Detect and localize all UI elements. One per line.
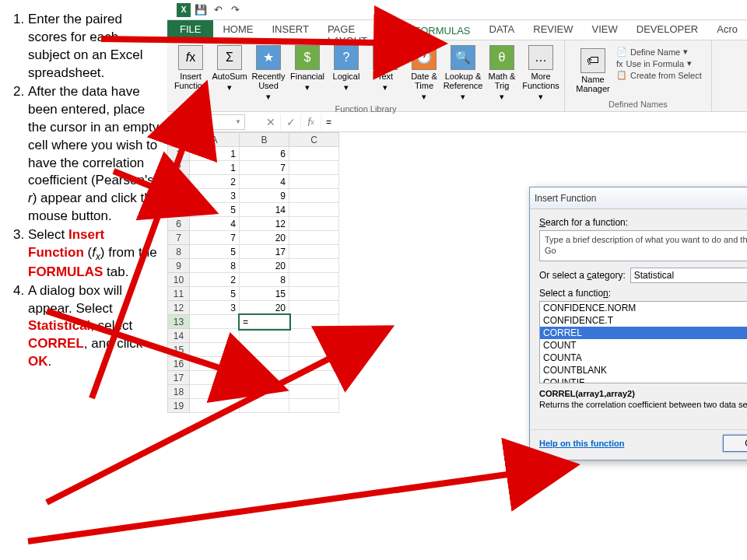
- select-function-label: Select a function:: [539, 288, 747, 299]
- excel-icon: X: [177, 3, 191, 17]
- math-trig-button[interactable]: θMath & Trig▾: [483, 44, 521, 103]
- clock-icon: 🕐: [412, 45, 437, 70]
- dialog-titlebar[interactable]: Insert Function ? ✕: [530, 187, 747, 209]
- tag-icon: 🏷: [580, 48, 605, 73]
- autosum-button[interactable]: ΣAutoSum▾: [211, 44, 248, 103]
- financial-button[interactable]: $Financial▾: [289, 44, 326, 103]
- function-list[interactable]: CONFIDENCE.NORMCONFIDENCE.TCORRELCOUNTCO…: [539, 301, 747, 383]
- name-manager-button[interactable]: 🏷Name Manager: [574, 47, 612, 95]
- cancel-formula-button[interactable]: ✕: [261, 114, 281, 130]
- search-label: Search for a function:: [539, 217, 747, 228]
- group-function-library: Function Library: [172, 103, 559, 114]
- function-item[interactable]: COUNTBLANK: [540, 364, 747, 376]
- ok-button[interactable]: OK: [723, 435, 747, 452]
- insert-function-button[interactable]: fxInsert Function: [172, 44, 209, 103]
- tab-review[interactable]: REVIEW: [524, 20, 582, 40]
- date-time-button[interactable]: 🕐Date & Time▾: [405, 44, 443, 103]
- tab-file[interactable]: FILE: [167, 20, 213, 40]
- tab-formulas[interactable]: FORMULAS: [405, 20, 479, 40]
- function-description: CORREL(array1,array2) Returns the correl…: [539, 388, 747, 411]
- lookup-icon: 🔍: [451, 45, 475, 70]
- lookup-button[interactable]: 🔍Lookup & Reference▾: [444, 44, 482, 103]
- function-item[interactable]: COUNTA: [540, 352, 747, 364]
- financial-icon: $: [295, 45, 320, 70]
- category-select[interactable]: Statistical▼: [630, 268, 747, 283]
- tab-insert[interactable]: INSERT: [262, 20, 317, 40]
- use-in-formula-button[interactable]: fx Use in Formula ▾: [616, 58, 702, 68]
- category-label: Or select a category:: [539, 270, 626, 281]
- group-defined-names: Defined Names: [570, 98, 707, 109]
- tab-developer[interactable]: DEVELOPER: [627, 20, 707, 40]
- step-4: A dialog box will appear. Select Statist…: [28, 282, 161, 372]
- fx-button[interactable]: fx: [301, 114, 321, 130]
- logical-icon: ?: [334, 45, 359, 70]
- formula-input[interactable]: =: [321, 117, 747, 128]
- ribbon-tabs: FILE HOME INSERT PAGE LAYOUT FORMULAS DA…: [167, 20, 747, 40]
- tab-data[interactable]: DATA: [480, 20, 524, 40]
- dialog-title-text: Insert Function: [535, 193, 747, 204]
- function-item[interactable]: CONFIDENCE.T: [540, 314, 747, 327]
- help-link[interactable]: Help on this function: [539, 439, 715, 448]
- logical-button[interactable]: ?Logical▾: [328, 44, 365, 103]
- chevron-down-icon: ▼: [235, 118, 241, 125]
- fx-icon: fx: [178, 45, 203, 70]
- undo-icon[interactable]: ↶: [211, 3, 225, 17]
- star-icon: ★: [256, 45, 281, 70]
- text-icon: A: [373, 45, 398, 70]
- step-2: After the data have been entered, place …: [28, 83, 161, 226]
- enter-formula-button[interactable]: ✓: [281, 114, 301, 130]
- function-item[interactable]: CORREL: [540, 327, 747, 339]
- insert-function-dialog: Insert Function ? ✕ Search for a functio…: [529, 187, 747, 460]
- ribbon: fxInsert Function ΣAutoSum▾ ★Recently Us…: [167, 40, 747, 112]
- tab-acrobat[interactable]: Acro: [707, 20, 747, 40]
- more-functions-button[interactable]: …More Functions▾: [522, 44, 559, 103]
- define-name-button[interactable]: 📄 Define Name ▾: [616, 47, 702, 57]
- name-box[interactable]: B13▼: [191, 114, 245, 130]
- step-1: Enter the paired scores for each subject…: [28, 11, 161, 82]
- quick-access-toolbar: X 💾 ↶ ↷: [167, 0, 747, 20]
- instructions-panel: Enter the paired scores for each subject…: [0, 0, 167, 560]
- save-icon[interactable]: 💾: [194, 3, 208, 17]
- excel-window: X 💾 ↶ ↷ FILE HOME INSERT PAGE LAYOUT FOR…: [167, 0, 747, 560]
- tab-view[interactable]: VIEW: [583, 20, 627, 40]
- create-from-selection-button[interactable]: 📋 Create from Select: [616, 70, 702, 80]
- formula-bar: B13▼ ✕ ✓ fx =: [167, 112, 747, 132]
- tab-home[interactable]: HOME: [213, 20, 262, 40]
- redo-icon[interactable]: ↷: [228, 3, 242, 17]
- recently-used-button[interactable]: ★Recently Used▾: [250, 44, 287, 103]
- more-icon: …: [528, 45, 553, 70]
- theta-icon: θ: [489, 45, 514, 70]
- search-input[interactable]: Type a brief description of what you wan…: [539, 230, 747, 261]
- sigma-icon: Σ: [217, 45, 242, 70]
- function-item[interactable]: COUNT: [540, 339, 747, 352]
- tab-page-layout[interactable]: PAGE LAYOUT: [318, 20, 405, 40]
- text-button[interactable]: AText▾: [366, 44, 404, 103]
- function-item[interactable]: CONFIDENCE.NORM: [540, 302, 747, 314]
- function-item[interactable]: COUNTIF: [540, 376, 747, 383]
- step-3: Select Insert Function (fx) from the FOR…: [28, 226, 161, 281]
